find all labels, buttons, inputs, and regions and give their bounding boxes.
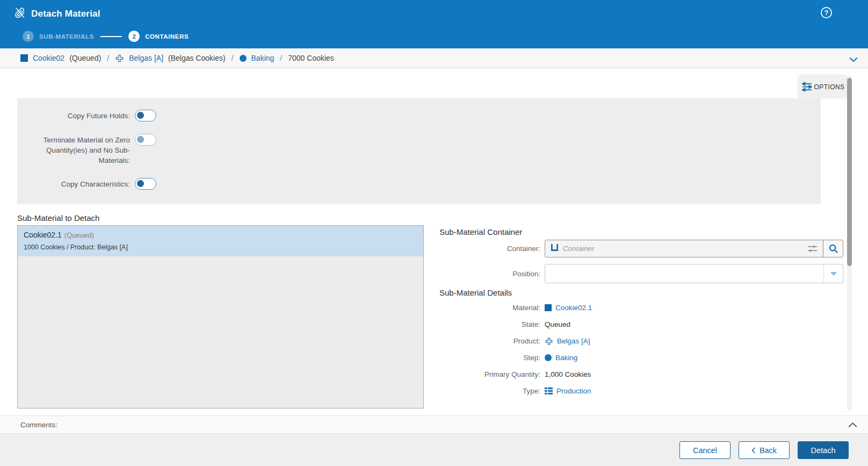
detail-row-step: Step: Baking	[439, 349, 843, 366]
chevron-up-icon[interactable]	[848, 422, 857, 428]
container-input[interactable]	[559, 240, 802, 257]
product-icon	[545, 337, 553, 346]
type-link[interactable]: Production	[556, 387, 591, 395]
material-icon	[545, 304, 552, 311]
product-icon	[115, 54, 124, 63]
step-number: 1	[23, 31, 34, 42]
options-tab-label: OPTIONS	[814, 83, 845, 91]
comments-section[interactable]: Comments:	[0, 415, 868, 434]
step-label: CONTAINERS	[145, 33, 189, 40]
position-field-row: Position:	[439, 264, 843, 283]
list-item-detail: 1000 Cookies / Product: Belgas [A]	[24, 243, 417, 251]
breadcrumb-separator: /	[230, 54, 235, 62]
toggle-knob	[137, 136, 144, 143]
detach-material-icon	[14, 7, 26, 21]
breadcrumb-quantity: 7000 Cookies	[288, 54, 334, 62]
step-icon	[545, 354, 552, 361]
container-icon	[551, 243, 559, 254]
cancel-button[interactable]: Cancel	[679, 441, 730, 459]
breadcrumb-step-link[interactable]: Baking	[251, 54, 274, 62]
position-label: Position:	[439, 270, 545, 278]
container-label: Container:	[439, 245, 545, 253]
back-button[interactable]: Back	[739, 441, 790, 459]
breadcrumb-separator: /	[106, 54, 110, 62]
breadcrumb-material-link[interactable]: Cookie02	[33, 54, 64, 62]
sub-material-list: Cookie02.1(Queued) 1000 Cookies / Produc…	[17, 225, 424, 408]
sub-material-list-title: Sub-Material to Detach	[17, 213, 99, 223]
filter-sliders-icon[interactable]	[802, 244, 823, 253]
production-type-icon	[545, 387, 553, 395]
toggle-label: Copy Characteristics:	[17, 178, 130, 189]
step-link[interactable]: Baking	[555, 354, 577, 362]
detail-label: Primary Quantity:	[439, 370, 545, 378]
detail-label: Type:	[439, 387, 545, 395]
copy-future-holds-toggle[interactable]	[135, 110, 156, 121]
product-link[interactable]: Belgas [A]	[557, 337, 590, 345]
toggle-knob	[137, 112, 144, 119]
toggle-label: Terminate Material on Zero Quantity(ies)…	[17, 134, 130, 166]
container-field-row: Container:	[439, 240, 843, 257]
sub-material-details-title: Sub-Material Details	[439, 288, 512, 297]
vertical-scrollbar[interactable]	[847, 75, 852, 411]
detail-row-product: Product: Belgas [A]	[439, 333, 843, 349]
detail-label: State:	[439, 320, 545, 328]
scrollbar-thumb[interactable]	[847, 78, 852, 266]
toggle-row: Terminate Material on Zero Quantity(ies)…	[17, 134, 821, 166]
breadcrumb: Cookie02 (Queued) / Belgas [A] (Belgas C…	[0, 48, 868, 68]
help-icon[interactable]: ?	[820, 6, 833, 19]
detail-label: Step:	[439, 354, 545, 362]
main-content: OPTIONS Copy Future Holds: Terminate Mat…	[0, 68, 868, 415]
material-link[interactable]: Cookie02.1	[555, 304, 592, 312]
wizard-header: Detach Material ? 1 SUB-MATERIALS 2 CONT…	[0, 0, 868, 48]
detail-label: Product:	[439, 337, 545, 345]
material-icon	[20, 54, 28, 62]
toggle-row: Copy Future Holds:	[17, 110, 821, 121]
position-dropdown	[545, 264, 843, 283]
step-connector	[100, 36, 122, 37]
breadcrumb-separator: /	[279, 54, 283, 62]
breadcrumb-product-link[interactable]: Belgas [A]	[129, 54, 163, 62]
chevron-down-icon	[830, 272, 837, 276]
breadcrumb-product-desc: (Belgas Cookies)	[168, 54, 226, 62]
detach-button-label: Detach	[811, 446, 836, 455]
step-containers[interactable]: 2 CONTAINERS	[128, 31, 189, 42]
detail-row-state: State: Queued	[439, 316, 843, 333]
state-value: Queued	[545, 320, 570, 328]
dropdown-button[interactable]	[823, 264, 843, 283]
copy-characteristics-toggle[interactable]	[135, 178, 156, 190]
list-item-state: (Queued)	[64, 231, 94, 239]
detail-row-primary-quantity: Primary Quantity: 1,000 Cookies	[439, 366, 843, 383]
container-lookup-field	[545, 240, 843, 257]
detail-row-material: Material: Cookie02.1	[439, 299, 843, 316]
options-icon	[802, 82, 812, 91]
chevron-left-icon	[751, 447, 756, 454]
toggle-knob	[137, 180, 144, 187]
primary-quantity-value: 1,000 Cookies	[545, 370, 591, 378]
toggle-label: Copy Future Holds:	[17, 110, 130, 121]
detail-row-type: Type: Production	[439, 383, 843, 399]
back-button-label: Back	[760, 446, 777, 455]
step-sub-materials[interactable]: 1 SUB-MATERIALS	[23, 31, 94, 42]
list-item-name: Cookie02.1	[24, 231, 62, 239]
options-tab[interactable]: OPTIONS	[799, 75, 847, 98]
step-icon	[240, 55, 247, 62]
toggle-row: Copy Characteristics:	[17, 178, 821, 190]
options-panel: Copy Future Holds: Terminate Material on…	[17, 98, 821, 204]
list-item[interactable]: Cookie02.1(Queued) 1000 Cookies / Produc…	[18, 226, 423, 256]
search-icon	[828, 243, 838, 254]
detail-label: Material:	[439, 304, 545, 312]
breadcrumb-material-state: (Queued)	[69, 54, 101, 62]
comments-label: Comments:	[20, 421, 57, 429]
wizard-steps: 1 SUB-MATERIALS 2 CONTAINERS	[23, 31, 189, 42]
search-button[interactable]	[823, 240, 843, 257]
footer-actions: Cancel Back Detach	[0, 434, 868, 466]
step-number: 2	[128, 31, 140, 42]
terminate-material-toggle	[135, 134, 156, 146]
sub-material-details: Material: Cookie02.1 State: Queued Produ…	[439, 299, 843, 399]
chevron-down-icon[interactable]	[849, 55, 858, 64]
cancel-button-label: Cancel	[693, 446, 717, 455]
svg-text:?: ?	[824, 9, 829, 17]
step-label: SUB-MATERIALS	[39, 33, 94, 40]
detach-button[interactable]: Detach	[798, 441, 849, 459]
sub-material-container-title: Sub-Material Container	[439, 227, 522, 236]
